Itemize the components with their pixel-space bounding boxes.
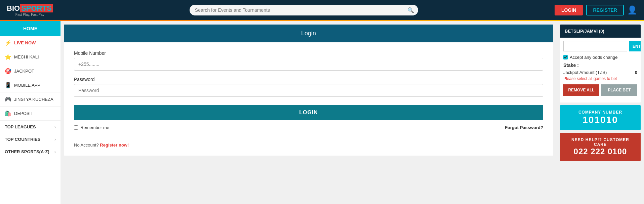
sidebar-item-live-now[interactable]: ⚡ LIVE NOW — [0, 36, 61, 50]
sidebar-home-button[interactable]: HOME — [0, 21, 61, 36]
forgot-password-link[interactable]: Forgot Password? — [505, 125, 543, 130]
sidebar-item-deposit[interactable]: 🛍️ DEPOSIT — [0, 107, 61, 121]
login-card-title: Login — [64, 25, 553, 42]
right-panel: BETSLIP/JAMVI (0) ENTER CODE Accept any … — [557, 21, 644, 204]
betslip-body: ENTER CODE Accept any odds change Stake … — [560, 38, 641, 103]
betcode-input[interactable] — [563, 41, 627, 51]
mobile-number-input[interactable] — [74, 58, 543, 71]
sidebar-item-jinsi[interactable]: 🎮 JINSI YA KUCHEZA — [0, 92, 61, 107]
login-footer: Remember me Forgot Password? — [74, 125, 543, 130]
company-card: COMPANY NUMBER 101010 — [560, 105, 641, 130]
betslip-actions: REMOVE ALL PLACE BET — [563, 84, 637, 96]
live-now-icon: ⚡ — [5, 40, 11, 46]
sidebar-label-mobile-app: MOBILE APP — [14, 83, 56, 88]
logo-sports: SPORTS — [20, 4, 53, 12]
mobile-number-label: Mobile Number — [74, 50, 543, 56]
enter-code-button[interactable]: ENTER CODE — [629, 41, 641, 51]
register-prompt: No Account? Register now! — [74, 137, 543, 148]
remember-me-text: Remember me — [80, 125, 109, 130]
sidebar-label-mechi-kali: MECHI KALI — [14, 54, 56, 59]
company-number: 101010 — [565, 115, 636, 125]
chevron-right-icon-2: › — [54, 137, 56, 142]
jinsi-icon: 🎮 — [5, 96, 11, 103]
logo-text: BIOSPORTS — [7, 4, 53, 13]
accept-odds-checkbox[interactable] — [563, 55, 568, 59]
sidebar-item-mechi-kali[interactable]: ⭐ MECHI KALI — [0, 50, 61, 64]
register-button[interactable]: REGISTER — [586, 5, 624, 15]
jackpot-label: Jackpot Amount (TZS) — [563, 70, 607, 75]
mechi-kali-icon: ⭐ — [5, 54, 11, 60]
sidebar-label-deposit: DEPOSIT — [14, 111, 56, 116]
search-icon: 🔍 — [407, 7, 414, 13]
accept-odds-label: Accept any odds change — [570, 55, 617, 60]
password-input[interactable] — [74, 84, 543, 97]
sidebar-accordion-other-sports[interactable]: OTHER SPORTS(A-Z) › — [0, 146, 61, 158]
support-card: NEED HELP!? CUSTOMER CARE 022 222 0100 — [560, 133, 641, 161]
password-label: Password — [74, 77, 543, 82]
betslip-header: BETSLIP/JAMVI (0) — [560, 25, 641, 38]
login-submit-button[interactable]: LOGIN — [74, 105, 543, 120]
no-account-text: No Account? — [74, 142, 99, 148]
content-area: Login Mobile Number Password LOGIN Remem… — [61, 21, 557, 204]
mobile-number-group: Mobile Number — [74, 50, 543, 71]
sidebar-accordion-label-other-sports: OTHER SPORTS(A-Z) — [5, 149, 54, 154]
stake-label: Stake : — [563, 63, 637, 68]
user-icon[interactable]: 👤 — [627, 5, 637, 15]
sidebar: HOME ⚡ LIVE NOW ⭐ MECHI KALI 🎯 JACKPOT 📱… — [0, 21, 61, 204]
betslip-panel: BETSLIP/JAMVI (0) ENTER CODE Accept any … — [560, 25, 641, 103]
support-number: 022 222 0100 — [565, 147, 636, 156]
sidebar-accordion-top-leagues[interactable]: TOP LEAGUES › — [0, 121, 61, 133]
sidebar-accordion-label-top-countries: TOP COUNTRIES — [5, 137, 54, 142]
sidebar-label-jinsi: JINSI YA KUCHEZA — [14, 97, 56, 102]
register-now-link[interactable]: Register now! — [100, 142, 129, 148]
jackpot-value: 0 — [635, 70, 637, 75]
company-number-label: COMPANY NUMBER — [565, 110, 636, 115]
jackpot-icon: 🎯 — [5, 68, 11, 74]
login-card-body: Mobile Number Password LOGIN Remember me… — [64, 42, 553, 156]
search-input[interactable] — [190, 5, 418, 15]
password-group: Password — [74, 77, 543, 97]
place-bet-button[interactable]: PLACE BET — [601, 84, 637, 96]
jackpot-row: Jackpot Amount (TZS) 0 — [563, 70, 637, 75]
support-label: NEED HELP!? CUSTOMER CARE — [565, 137, 636, 147]
login-button[interactable]: LOGIN — [555, 5, 583, 15]
remember-me-label[interactable]: Remember me — [74, 125, 109, 130]
chevron-right-icon: › — [54, 125, 56, 129]
site-header: BIOSPORTS Fast Play, Fast Pay 🔍 LOGIN RE… — [0, 0, 644, 20]
login-card: Login Mobile Number Password LOGIN Remem… — [64, 25, 553, 156]
remember-me-checkbox[interactable] — [74, 125, 78, 130]
logo: BIOSPORTS Fast Play, Fast Pay — [7, 4, 53, 16]
error-text: Please select all games to bet — [563, 76, 637, 81]
sidebar-accordion-label-top-leagues: TOP LEAGUES — [5, 124, 54, 129]
logo-bio: BIO — [7, 4, 20, 12]
sidebar-accordion-top-countries[interactable]: TOP COUNTRIES › — [0, 133, 61, 146]
sidebar-label-live-now: LIVE NOW — [14, 40, 56, 45]
header-actions: LOGIN REGISTER 👤 — [555, 5, 637, 15]
deposit-icon: 🛍️ — [5, 110, 11, 117]
remove-all-button[interactable]: REMOVE ALL — [563, 84, 599, 96]
search-bar: 🔍 — [190, 5, 418, 15]
mobile-app-icon: 📱 — [5, 82, 11, 88]
accept-odds-row: Accept any odds change — [563, 55, 637, 60]
main-layout: HOME ⚡ LIVE NOW ⭐ MECHI KALI 🎯 JACKPOT 📱… — [0, 21, 644, 204]
sidebar-item-jackpot[interactable]: 🎯 JACKPOT — [0, 64, 61, 78]
sidebar-label-jackpot: JACKPOT — [14, 69, 56, 74]
chevron-right-icon-3: › — [54, 150, 56, 154]
sidebar-item-mobile-app[interactable]: 📱 MOBILE APP — [0, 78, 61, 92]
logo-tagline: Fast Play, Fast Pay — [15, 13, 44, 16]
betcode-row: ENTER CODE — [563, 41, 637, 51]
